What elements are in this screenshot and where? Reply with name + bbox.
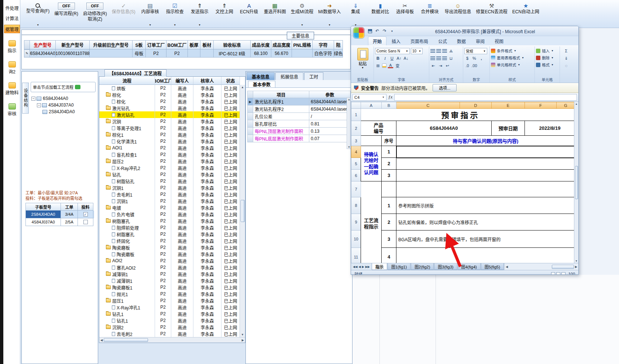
cell-flow-text[interactable]: BGA区域内，盘中孔需要电镀填平，包括两面开窗的: [396, 230, 575, 248]
flow-row[interactable]: 减薄铜1P2高迪李永森已上网: [99, 271, 245, 277]
cell-product-label[interactable]: 产品编号: [361, 121, 396, 136]
sheet-vertical-scrollbar[interactable]: ▲ ▼: [574, 102, 578, 263]
cell-item-no[interactable]: 3: [382, 230, 396, 248]
basic-info-tab[interactable]: 工时: [304, 72, 323, 80]
clear-button[interactable]: ◌: [563, 63, 569, 69]
scrollbar-thumb[interactable]: [575, 166, 578, 199]
font-name-select[interactable]: Comic Sans N▼: [375, 48, 410, 54]
expander-icon[interactable]: −: [31, 97, 35, 101]
subboard-row[interactable]: 4S84J037A02/5A: [25, 218, 94, 226]
font-color-button[interactable]: A: [388, 63, 393, 68]
scrollbar-thumb[interactable]: [104, 338, 148, 342]
save-icon[interactable]: [367, 28, 372, 34]
row-header-1[interactable]: 1: [351, 109, 361, 121]
cell[interactable]: [396, 170, 575, 181]
feed-checkbox[interactable]: ✓: [83, 212, 88, 216]
sidebar-item[interactable]: 件处理: [4, 4, 20, 12]
param-row[interactable]: 孔位公差/: [247, 113, 351, 120]
flow-row[interactable]: 盲孔检查1P2高迪李永森已上网: [99, 151, 245, 158]
insert-cells-button[interactable]: 插入▼: [536, 47, 558, 54]
cell[interactable]: [361, 109, 382, 121]
cell-item-no[interactable]: 1: [382, 146, 396, 158]
scroll-down-icon[interactable]: ▼: [241, 333, 244, 336]
param-row[interactable]: 每PNL顶层激光制作面积0.13: [247, 128, 351, 135]
toolbar-button[interactable]: ⇓集成▼: [345, 3, 365, 26]
cell-styles-button[interactable]: 单元格样式▼: [491, 61, 533, 68]
ribbon-tab[interactable]: 视图: [490, 37, 508, 45]
cell[interactable]: [396, 248, 575, 263]
row-selector[interactable]: ✎: [24, 49, 30, 58]
row-header-11[interactable]: 11: [351, 248, 361, 263]
merge-center-button[interactable]: ⊔: [448, 55, 454, 61]
flow-row[interactable]: 棕化P2高迪李永森已上网: [99, 98, 245, 105]
flow-row[interactable]: 钻孔1P2高迪李永森已上网: [99, 317, 245, 324]
param-row[interactable]: 盲孔厚径比0.81: [247, 120, 351, 128]
tab-basic-params[interactable]: 基本参数: [248, 81, 275, 87]
toggle-off-button[interactable]: OFF: [86, 3, 103, 10]
number-format-select[interactable]: 常规▼: [464, 48, 487, 54]
toolbar-button[interactable]: ✓保存信息(S): [112, 3, 135, 26]
comma-button[interactable]: ,: [478, 55, 484, 61]
row-header-9[interactable]: 9: [351, 214, 361, 230]
toolbar-button[interactable]: 型号查询(F)▼: [26, 3, 49, 26]
scroll-right-icon[interactable]: ▶: [575, 265, 577, 268]
basic-info-tab[interactable]: 基本信息: [247, 72, 275, 80]
cell[interactable]: [396, 158, 575, 170]
options-button[interactable]: 选项...: [433, 84, 457, 91]
last-sheet-icon[interactable]: ▶▶: [365, 265, 370, 268]
param-row[interactable]: 每PNL底层激光制作面积0.07: [247, 135, 351, 142]
scrollbar-thumb[interactable]: [241, 200, 245, 222]
flow-row[interactable]: 减薄铜1P2高迪李永森已上网: [99, 277, 245, 284]
cell-item-no[interactable]: 3: [382, 170, 396, 181]
align-left-icon[interactable]: [430, 56, 435, 60]
flow-row[interactable]: 层压1P2高迪李永森已上网: [99, 297, 245, 304]
undo-icon[interactable]: ↶: [375, 28, 380, 34]
spreadsheet-grid[interactable]: ABCDEFG 1 预审指示 2 产品编号 6S84J044A0 预审日期 20…: [351, 102, 578, 263]
sidebar-item[interactable]: 据管理: [4, 25, 20, 33]
paste-caret-icon[interactable]: ▼: [353, 66, 372, 69]
name-box-caret-icon[interactable]: ▼: [382, 96, 385, 98]
zoom-level[interactable]: 100: [568, 272, 575, 275]
flow-row[interactable]: 终固化P2高迪李永森已上网: [99, 238, 245, 244]
sidebar-item[interactable]: 指示: [4, 36, 20, 54]
scroll-left-icon[interactable]: ◀: [506, 265, 508, 268]
fill-button[interactable]: ⇓: [563, 55, 569, 61]
dropdown-caret-icon[interactable]: ▼: [301, 24, 303, 26]
flow-row[interactable]: 棕化1P2高迪李永森已上网: [99, 131, 245, 138]
flow-row[interactable]: 钻孔P2高迪李永森已上网: [99, 171, 245, 178]
flow-row[interactable]: 树脂塞孔P2高迪李永森已上网: [99, 231, 245, 238]
expander-icon[interactable]: −: [37, 103, 41, 107]
flow-row[interactable]: 激光钻孔P2高迪李永森已上网: [99, 111, 245, 118]
ribbon-tab[interactable]: 审阅: [471, 37, 489, 45]
qat-dropdown-icon[interactable]: ▼: [389, 28, 395, 34]
toolbar-button[interactable]: ⚒修复ECN丢流程: [476, 3, 507, 26]
italic-button[interactable]: I: [382, 55, 388, 61]
conditional-formatting-button[interactable]: 条件格式▼: [491, 47, 533, 54]
currency-button[interactable]: $: [464, 55, 470, 61]
sheet-tab[interactable]: 指示: [372, 263, 387, 270]
flow-row[interactable]: 棕化P2高迪李永森已上网: [99, 91, 245, 98]
cell-item-no[interactable]: 2: [382, 214, 396, 230]
toolbar-button[interactable]: ≣合并模块: [420, 3, 440, 26]
cell[interactable]: [382, 109, 396, 121]
column-header-F[interactable]: F: [525, 102, 557, 109]
cell-product-value[interactable]: 6S84J044A0: [396, 121, 492, 136]
decrease-decimal-button[interactable]: .00: [471, 63, 477, 69]
cell[interactable]: [361, 136, 382, 146]
cell-item-no[interactable]: 2: [382, 158, 396, 170]
scroll-down-icon[interactable]: ▼: [575, 260, 578, 262]
row-header-10[interactable]: 10: [351, 230, 361, 248]
cell-sheet-title[interactable]: 预审指示: [396, 109, 525, 121]
flow-row[interactable]: 激光钻孔P2高迪李永森已上网: [99, 105, 245, 111]
ribbon-tab[interactable]: 数据: [452, 37, 471, 45]
fx-icon[interactable]: ƒx: [388, 94, 392, 100]
grow-font-button[interactable]: A↑: [396, 55, 402, 61]
tree-node[interactable]: 2S84J04DA0: [31, 108, 96, 115]
align-bottom-icon[interactable]: [442, 49, 447, 53]
main-info-value-row[interactable]: ✎6S84J044A010010600110788母板P2P2IPC-6012 …: [24, 49, 343, 58]
param-row[interactable]: 激光钻孔程序26S84J044A0.laser5-6: [247, 105, 351, 113]
page-break-view-icon[interactable]: [561, 272, 565, 275]
flow-row[interactable]: 陶瓷磨板1P2高迪李永森已上网: [99, 284, 245, 291]
column-header-E[interactable]: E: [492, 102, 525, 109]
dropdown-caret-icon[interactable]: ▼: [37, 24, 39, 26]
